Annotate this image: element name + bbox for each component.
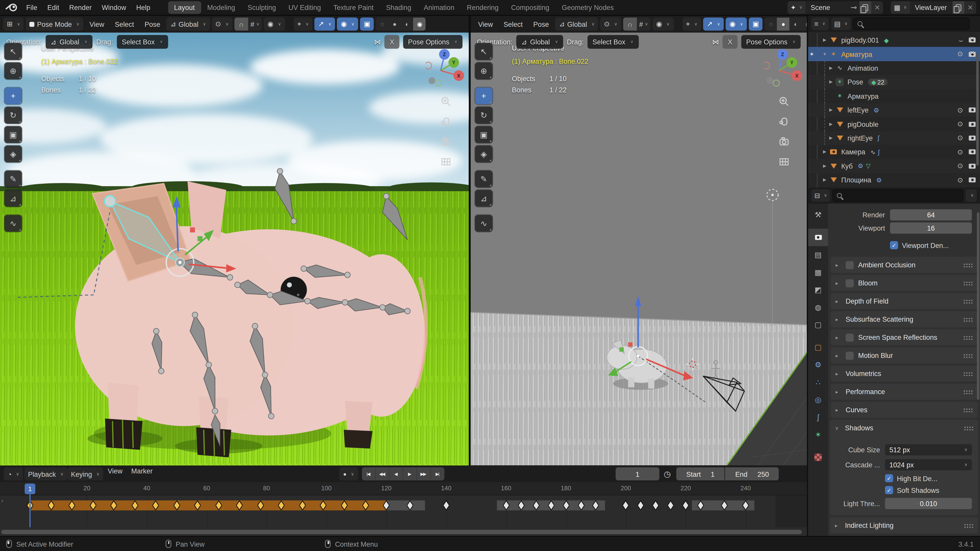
render-visibility-icon[interactable] <box>969 178 976 183</box>
tool-rotate-button[interactable]: ↻ <box>4 107 22 124</box>
playhead[interactable]: 1 <box>25 484 35 494</box>
keyframe[interactable] <box>637 500 644 511</box>
tool-annotate-button[interactable]: ✎ <box>4 171 22 187</box>
panel-depth-of-field[interactable]: ▸Depth of Field <box>831 293 978 310</box>
transform-orientation-dropdown[interactable]: ⊿Global∨ <box>167 17 210 30</box>
auto-keying-button[interactable]: ●∨ <box>339 467 358 480</box>
viewlayer-selector[interactable]: ▦∨ ViewLayer ✕ <box>891 1 976 14</box>
outliner-row-pigbody-001[interactable]: ▶pigBody.001◆⌣ <box>808 33 980 47</box>
viewlayer-name[interactable]: ViewLayer <box>910 4 953 11</box>
scene-browse-icon[interactable]: ✦∨ <box>788 1 806 14</box>
tab-sculpting[interactable]: Sculpting <box>242 1 282 14</box>
outliner-filter-mode-dropdown[interactable]: ▤∨ <box>831 17 851 30</box>
properties-tab-physics[interactable]: ◎ <box>808 391 828 409</box>
properties-context-dropdown[interactable]: ⊟∨ <box>811 189 830 202</box>
properties-tab-scene[interactable]: ◩ <box>808 281 828 299</box>
eye-open-icon[interactable]: ⊙ <box>957 134 963 142</box>
drag-grip-icon[interactable] <box>963 317 973 321</box>
drag-grip-icon[interactable] <box>964 523 973 527</box>
drag-grip-icon[interactable] <box>963 263 973 267</box>
playhead-line[interactable] <box>29 494 30 527</box>
transform-orientation-dropdown[interactable]: ⊿Global∨ <box>555 17 598 30</box>
menu-pose[interactable]: Pose <box>140 21 165 28</box>
disclosure-right-icon[interactable]: ▶ <box>827 121 835 127</box>
properties-tab-modifiers[interactable]: ⚙ <box>808 356 828 374</box>
outliner-row-камера[interactable]: ▶Камера∿ʃ⊙ <box>808 145 980 159</box>
tool-scale-button[interactable]: ▣ <box>475 126 493 143</box>
xray-toggle[interactable]: ▣ <box>749 17 763 30</box>
properties-tab-collection[interactable]: ▢ <box>808 316 828 333</box>
properties-tab-view-layer[interactable]: ▦ <box>808 264 828 281</box>
render-visibility-icon[interactable] <box>969 149 976 155</box>
tool-cursor-button[interactable]: ⊕ <box>475 62 493 79</box>
perspective-toggle[interactable] <box>778 156 789 168</box>
drag-grip-icon[interactable] <box>963 281 973 285</box>
disclosure-right-icon[interactable]: ▶ <box>827 108 835 113</box>
shading-wireframe-toggle[interactable]: ◌ <box>765 17 777 30</box>
tool-scale-button[interactable]: ▣ <box>4 126 22 143</box>
properties-tab-object[interactable]: ▢ <box>808 338 828 356</box>
eye-open-icon[interactable]: ⊙ <box>957 50 963 58</box>
viewport-3d-left[interactable]: ⊞∨Pose Mode∨ViewSelectPose⊿Global∨⊙∨∩#∨◉… <box>0 16 469 465</box>
timeline-editor[interactable]: ◔∨ Playback∨Keying∨ViewMarker ●∨ |◀◀◀◀▶▶… <box>0 465 807 536</box>
axis-gizmo[interactable]: ZYX <box>764 47 804 88</box>
render-visibility-icon[interactable] <box>969 164 976 168</box>
menu-render[interactable]: Render <box>64 4 97 11</box>
tab-uv-editing[interactable]: UV Editing <box>282 1 327 14</box>
mode-dropdown[interactable]: Pose Mode∨ <box>26 17 83 30</box>
menu-window[interactable]: Window <box>97 4 131 11</box>
drag-mode-dropdown[interactable]: Select Box∨ <box>587 35 638 49</box>
timeline-menu-playback[interactable]: Playback∨ <box>24 467 67 480</box>
drag-grip-icon[interactable] <box>963 389 973 394</box>
render-visibility-icon[interactable] <box>969 135 976 141</box>
selectability-dropdown[interactable]: ⌖∨ <box>682 17 701 30</box>
orientation-dropdown[interactable]: ⊿Global∨ <box>516 35 563 49</box>
properties-scrollbar[interactable] <box>977 213 980 400</box>
outliner-search-input[interactable] <box>865 20 965 27</box>
panel-volumetrics[interactable]: ▸Volumetrics <box>831 365 978 382</box>
mirror-x-toggle[interactable]: X <box>385 35 399 49</box>
disclosure-right-icon[interactable]: ▶ <box>821 164 829 168</box>
menu-select[interactable]: Select <box>499 21 527 28</box>
outliner-row-площина[interactable]: ▶Площина⚙⊙ <box>808 173 980 187</box>
outliner-row-куб[interactable]: ▶Куб⚙▽⊙ <box>808 159 980 173</box>
timeline-expand-icon[interactable]: › <box>1 498 3 504</box>
keyframe[interactable] <box>622 500 629 511</box>
eye-open-icon[interactable]: ⊙ <box>957 162 963 170</box>
render-samples-field[interactable]: 64 <box>890 209 972 221</box>
drag-grip-icon[interactable] <box>963 353 973 358</box>
eye-open-icon[interactable]: ⊙ <box>957 176 963 184</box>
high-bitdepth-checkbox[interactable]: ✓ High Bit De... <box>885 474 972 483</box>
tool-measure-button[interactable]: ⊿ <box>475 190 493 206</box>
panel-performance[interactable]: ▸Performance <box>831 384 978 400</box>
shading-rendered-toggle[interactable]: ◉ <box>802 17 807 30</box>
scene-name[interactable]: Scene <box>806 4 848 11</box>
camera-view-control[interactable] <box>440 136 451 148</box>
eye-open-icon[interactable]: ⊙ <box>957 106 963 114</box>
viewport-3d-right[interactable]: ViewSelectPose⊿Global∨⊙∨∩#∨◉∨⌖∨↗∨◉∨▣◌●◐◉ <box>471 16 807 465</box>
menu-file[interactable]: File <box>21 4 42 11</box>
disclosure-right-icon[interactable]: ▶ <box>821 178 829 183</box>
tab-layout[interactable]: Layout <box>168 1 201 14</box>
render-visibility-icon[interactable] <box>969 121 976 127</box>
light-threshold-field[interactable]: 0.010 <box>885 498 972 509</box>
keyframe[interactable] <box>682 500 689 511</box>
render-visibility-icon[interactable] <box>969 38 976 43</box>
render-visibility-icon[interactable] <box>969 52 976 57</box>
disclosure-right-icon[interactable]: ▶ <box>827 135 835 141</box>
tool-cursor-button[interactable]: ⊕ <box>4 62 22 79</box>
next-keyframe-button[interactable]: ▶▶ <box>417 467 430 480</box>
3d-scene-rendered[interactable] <box>0 32 469 465</box>
drag-grip-icon[interactable] <box>963 335 973 340</box>
mirror-x-toggle[interactable]: X <box>723 35 737 49</box>
eye-open-icon[interactable]: ⊙ <box>957 148 963 156</box>
timeline-editor-type-dropdown[interactable]: ◔∨ <box>4 467 23 480</box>
tool-transform-button[interactable]: ◈ <box>4 146 22 162</box>
keyframe[interactable] <box>652 500 659 511</box>
timeline-menu-view[interactable]: View <box>103 467 127 480</box>
camera-view-control[interactable] <box>778 136 789 148</box>
jump-start-button[interactable]: |◀ <box>362 467 375 480</box>
tool-move-button[interactable]: + <box>475 87 493 104</box>
shading-rendered-toggle[interactable]: ◉ <box>414 17 426 30</box>
outliner-scrollbar[interactable] <box>976 53 979 165</box>
